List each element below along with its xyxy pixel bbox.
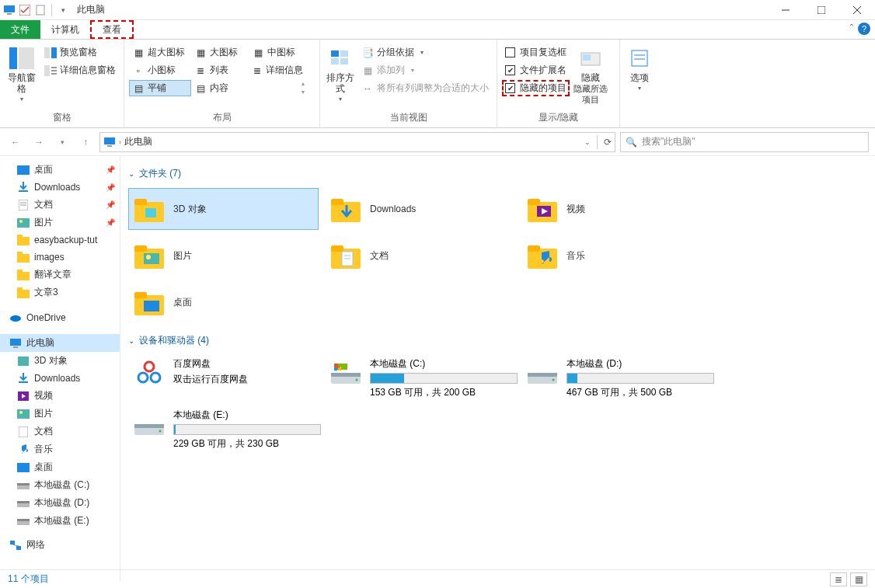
tab-file[interactable]: 文件 (0, 20, 40, 39)
help-icon[interactable]: ? (858, 23, 870, 35)
sidebar-item[interactable]: Downloads (0, 370, 120, 387)
collapse-ribbon-icon[interactable]: ˆ (850, 23, 853, 34)
qat-dropdown-icon[interactable]: ▾ (57, 4, 69, 16)
hidden-items-toggle[interactable]: 隐藏的项目 (502, 80, 570, 96)
folder-tile[interactable]: 3D 对象 (128, 188, 319, 230)
svg-rect-46 (19, 381, 28, 383)
svg-point-74 (146, 255, 151, 259)
details-pane-button[interactable]: 详细信息窗格 (41, 62, 119, 78)
group-label-layout: 布局 (129, 109, 315, 127)
svg-rect-66 (331, 199, 343, 205)
svg-rect-41 (17, 287, 23, 291)
layout-large[interactable]: ▦大图标 (191, 44, 249, 61)
minimize-button[interactable] (768, 0, 804, 20)
svg-rect-32 (17, 218, 30, 228)
sidebar-item[interactable]: 桌面 (0, 458, 120, 476)
svg-point-100 (553, 379, 555, 381)
sidebar-onedrive[interactable]: OneDrive (0, 309, 120, 326)
drive-tile[interactable]: 本地磁盘 (D:)467 GB 可用，共 500 GB (521, 355, 712, 402)
pin-icon: 📌 (106, 183, 115, 192)
layout-scroll-down[interactable]: ▾ (302, 89, 305, 96)
layout-small[interactable]: ▫小图标 (129, 62, 191, 78)
svg-rect-16 (331, 50, 339, 57)
sidebar-item[interactable]: 本地磁盘 (E:) (0, 512, 120, 530)
nav-pane-button[interactable]: 导航窗格 ▾ (5, 43, 38, 109)
maximize-button[interactable] (804, 0, 839, 20)
sidebar-item[interactable]: 桌面📌 (0, 161, 120, 179)
item-icon (17, 461, 30, 474)
drive-tile[interactable]: 本地磁盘 (C:)153 GB 可用，共 200 GB (325, 355, 515, 402)
view-tiles-button[interactable]: ▦ (850, 572, 867, 586)
sidebar-item[interactable]: 音乐 (0, 440, 120, 458)
layout-content[interactable]: ▤内容 (191, 80, 249, 96)
window-controls (768, 0, 875, 20)
sidebar-item[interactable]: 文档 (0, 423, 120, 440)
item-checkboxes-toggle[interactable]: 项目复选框 (502, 44, 570, 61)
sidebar-item[interactable]: 本地磁盘 (C:) (0, 476, 120, 494)
sidebar-item[interactable]: 视频 (0, 387, 120, 405)
address-bar[interactable]: › 此电脑 ⌄ ⟳ (99, 132, 615, 152)
svg-rect-56 (17, 501, 30, 503)
layout-xlarge[interactable]: ▦超大图标 (129, 44, 191, 61)
folder-tile[interactable]: 音乐 (521, 235, 712, 277)
sort-button[interactable]: 排序方式 ▾ (325, 43, 355, 109)
layout-list[interactable]: ≣列表 (191, 62, 249, 78)
nav-up-button[interactable]: ↑ (76, 133, 95, 151)
tab-computer[interactable]: 计算机 (40, 20, 90, 39)
sidebar-thispc[interactable]: 此电脑 (0, 334, 120, 352)
options-button[interactable]: 选项 ▾ (625, 43, 654, 111)
sidebar-item[interactable]: images (0, 249, 120, 266)
svg-rect-36 (17, 254, 30, 263)
autosize-button[interactable]: ↔将所有列调整为合适的大小 (358, 80, 492, 96)
layout-scroll-up[interactable]: ▴ (302, 80, 305, 87)
nav-forward-button[interactable]: → (30, 133, 48, 151)
view-details-button[interactable]: ≣ (830, 572, 847, 586)
refresh-icon[interactable]: ⟳ (604, 137, 612, 148)
search-box[interactable]: 🔍 搜索"此电脑" (620, 132, 869, 152)
layout-details[interactable]: ≣详细信息 (249, 62, 306, 78)
folder-tile[interactable]: 图片 (128, 235, 319, 277)
sidebar-item[interactable]: 文章3 (0, 284, 120, 301)
sidebar-item[interactable]: 3D 对象 (0, 352, 120, 370)
close-button[interactable] (839, 0, 875, 20)
address-dropdown-icon[interactable]: ⌄ (584, 138, 591, 146)
tab-view[interactable]: 查看 (90, 20, 134, 39)
section-drives[interactable]: ⌄设备和驱动器 (4) (128, 334, 872, 347)
file-extensions-toggle[interactable]: 文件扩展名 (502, 62, 570, 78)
folder-tile[interactable]: Downloads (325, 188, 515, 230)
drive-tile-baidu[interactable]: 百度网盘双击运行百度网盘 (128, 355, 319, 402)
folder-tile[interactable]: 桌面 (128, 281, 319, 323)
sidebar-item[interactable]: 图片 (0, 405, 120, 423)
folder-tile[interactable]: 视频 (521, 188, 712, 230)
layout-tiles[interactable]: ▤平铺 (129, 80, 191, 96)
sidebar-item[interactable]: 本地磁盘 (D:) (0, 494, 120, 512)
item-icon (17, 444, 30, 456)
svg-rect-25 (104, 137, 115, 144)
sidebar-item[interactable]: easybackup-tut (0, 231, 120, 249)
sidebar-item[interactable]: 翻译文章 (0, 266, 120, 284)
properties-check-icon[interactable] (19, 4, 31, 16)
preview-pane-button[interactable]: 预览窗格 (41, 44, 119, 61)
drive-tile[interactable]: 本地磁盘 (E:)229 GB 可用，共 230 GB (128, 406, 319, 453)
sidebar-item[interactable]: 文档📌 (0, 196, 120, 214)
addcol-button[interactable]: ▦添加列▾ (358, 62, 492, 78)
breadcrumb-sep-icon[interactable]: › (119, 138, 121, 146)
sidebar-item[interactable]: Downloads📌 (0, 179, 120, 196)
sidebar-network[interactable]: 网络 (0, 536, 120, 554)
breadcrumb-location[interactable]: 此电脑 (124, 135, 152, 148)
hide-selected-button[interactable]: 隐藏隐藏所选项目 (570, 43, 612, 109)
section-folders[interactable]: ⌄文件夹 (7) (128, 167, 872, 180)
network-icon (9, 539, 22, 551)
groupby-button[interactable]: 📑分组依据▾ (358, 44, 492, 61)
sidebar-item[interactable]: 图片📌 (0, 214, 120, 231)
folder-icon (17, 217, 30, 229)
nav-back-button[interactable]: ← (6, 133, 25, 151)
folder-tile[interactable]: 文档 (325, 235, 515, 277)
nav-recent-button[interactable]: ▾ (53, 133, 71, 151)
svg-rect-92 (341, 364, 347, 370)
details-icon: ≣ (252, 64, 263, 77)
layout-medium[interactable]: ▦中图标 (249, 44, 306, 61)
doc-icon[interactable] (34, 4, 47, 16)
svg-rect-22 (632, 50, 647, 66)
list-icon: ≣ (194, 64, 207, 77)
